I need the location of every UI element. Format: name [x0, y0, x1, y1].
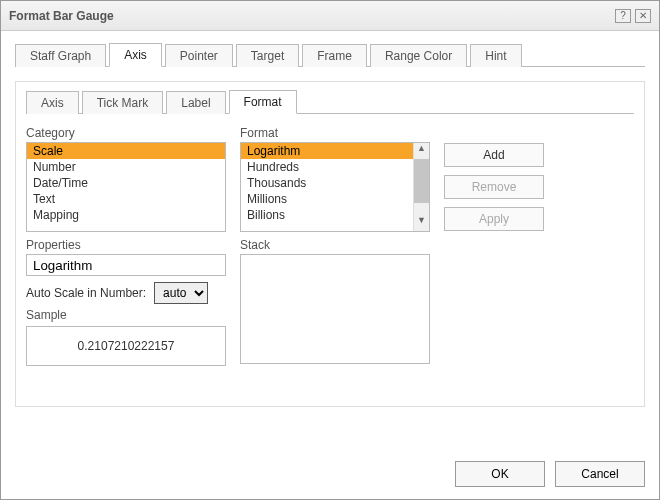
sample-label: Sample	[26, 308, 226, 322]
properties-input[interactable]	[26, 254, 226, 276]
tab-pointer[interactable]: Pointer	[165, 44, 233, 67]
subtab-tick-mark[interactable]: Tick Mark	[82, 91, 164, 114]
tab-staff-graph[interactable]: Staff Graph	[15, 44, 106, 67]
tab-axis[interactable]: Axis	[109, 43, 162, 67]
close-icon[interactable]: ✕	[635, 9, 651, 23]
auto-scale-label: Auto Scale in Number:	[26, 286, 146, 300]
dialog-content: Staff Graph Axis Pointer Target Frame Ra…	[1, 31, 659, 407]
category-label: Category	[26, 126, 226, 140]
sample-box: 0.2107210222157	[26, 326, 226, 366]
tab-hint[interactable]: Hint	[470, 44, 521, 67]
inner-tab-strip: Axis Tick Mark Label Format	[26, 88, 634, 114]
format-body: Category Scale Number Date/Time Text Map…	[26, 126, 634, 366]
format-item-billions[interactable]: Billions	[241, 207, 429, 223]
category-item-number[interactable]: Number	[27, 159, 225, 175]
format-item-logarithm[interactable]: Logarithm	[241, 143, 429, 159]
format-item-hundreds[interactable]: Hundreds	[241, 159, 429, 175]
category-item-text[interactable]: Text	[27, 191, 225, 207]
category-column: Category Scale Number Date/Time Text Map…	[26, 126, 226, 366]
tab-range-color[interactable]: Range Color	[370, 44, 467, 67]
apply-button[interactable]: Apply	[444, 207, 544, 231]
titlebar: Format Bar Gauge ? ✕	[1, 1, 659, 31]
format-label: Format	[240, 126, 430, 140]
category-listbox[interactable]: Scale Number Date/Time Text Mapping	[26, 142, 226, 232]
category-item-datetime[interactable]: Date/Time	[27, 175, 225, 191]
scroll-track[interactable]	[414, 203, 429, 215]
side-buttons-column: Add Remove Apply	[444, 126, 544, 366]
outer-tab-strip: Staff Graph Axis Pointer Target Frame Ra…	[15, 41, 645, 67]
ok-button[interactable]: OK	[455, 461, 545, 487]
remove-button[interactable]: Remove	[444, 175, 544, 199]
format-scrollbar[interactable]: ▲ ▼	[413, 143, 429, 231]
scroll-up-icon[interactable]: ▲	[414, 143, 429, 159]
stack-label: Stack	[240, 238, 430, 252]
sample-value: 0.2107210222157	[78, 339, 175, 353]
scroll-down-icon[interactable]: ▼	[414, 215, 429, 231]
auto-scale-row: Auto Scale in Number: auto	[26, 282, 226, 304]
subtab-axis[interactable]: Axis	[26, 91, 79, 114]
tab-target[interactable]: Target	[236, 44, 299, 67]
add-button[interactable]: Add	[444, 143, 544, 167]
category-item-scale[interactable]: Scale	[27, 143, 225, 159]
subtab-format[interactable]: Format	[229, 90, 297, 114]
auto-scale-select[interactable]: auto	[154, 282, 208, 304]
format-column: Format Logarithm Hundreds Thousands Mill…	[240, 126, 430, 366]
help-icon[interactable]: ?	[615, 9, 631, 23]
cancel-button[interactable]: Cancel	[555, 461, 645, 487]
axis-panel: Axis Tick Mark Label Format Category Sca…	[15, 81, 645, 407]
category-item-mapping[interactable]: Mapping	[27, 207, 225, 223]
stack-listbox[interactable]	[240, 254, 430, 364]
properties-label: Properties	[26, 238, 226, 252]
tab-frame[interactable]: Frame	[302, 44, 367, 67]
scroll-thumb[interactable]	[414, 159, 429, 203]
dialog-footer: OK Cancel	[455, 461, 645, 487]
dialog-window: Format Bar Gauge ? ✕ Staff Graph Axis Po…	[0, 0, 660, 500]
subtab-label[interactable]: Label	[166, 91, 225, 114]
format-item-thousands[interactable]: Thousands	[241, 175, 429, 191]
format-listbox[interactable]: Logarithm Hundreds Thousands Millions Bi…	[240, 142, 430, 232]
format-item-millions[interactable]: Millions	[241, 191, 429, 207]
dialog-title: Format Bar Gauge	[9, 9, 611, 23]
